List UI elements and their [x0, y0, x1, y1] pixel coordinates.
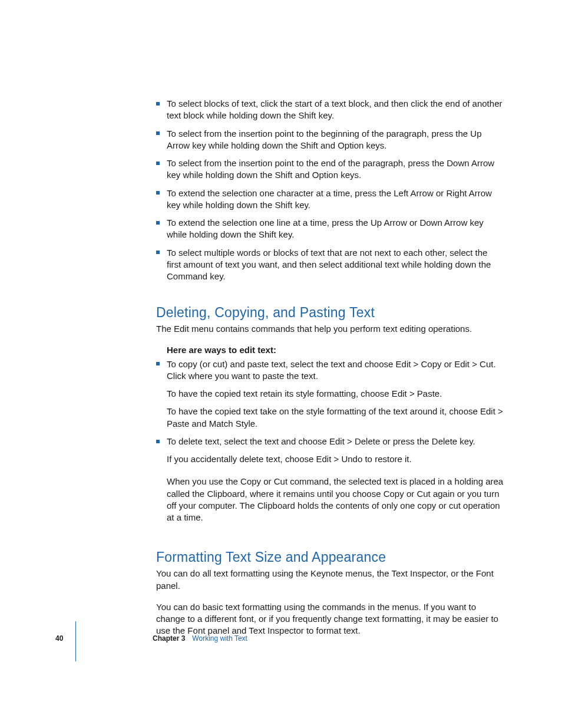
list-item-paragraph: To have the copied text take on the styl… — [167, 406, 504, 430]
section-heading: Formatting Text Size and Appearance — [156, 549, 504, 565]
section-formatting-text: Formatting Text Size and Appearance You … — [156, 549, 504, 637]
list-item: To extend the selection one line at a ti… — [156, 217, 504, 241]
edit-lead: Here are ways to edit text: — [167, 345, 504, 355]
body-paragraph: You can do basic text formatting using t… — [156, 601, 504, 637]
list-item-paragraph: If you accidentally delete text, choose … — [167, 453, 504, 465]
document-page: To select blocks of text, click the star… — [0, 0, 562, 728]
list-item: To select multiple words or blocks of te… — [156, 247, 504, 283]
list-item: To extend the selection one character at… — [156, 187, 504, 212]
chapter-label: Chapter 3 — [153, 634, 185, 643]
chapter-title: Working with Text — [192, 634, 247, 643]
selection-shortcuts-list: To select blocks of text, click the star… — [156, 98, 504, 282]
list-item-text: To copy (or cut) and paste text, select … — [167, 359, 496, 381]
page-content: To select blocks of text, click the star… — [156, 98, 504, 647]
list-item-paragraph: To have the copied text retain its style… — [167, 388, 504, 400]
body-paragraph: You can do all text formatting using the… — [156, 568, 504, 592]
page-number: 40 — [55, 634, 75, 643]
section-intro: The Edit menu contains commands that hel… — [156, 323, 504, 335]
list-item: To copy (or cut) and paste text, select … — [156, 358, 504, 430]
section-deleting-copying-pasting: Deleting, Copying, and Pasting Text The … — [156, 305, 504, 523]
list-item: To select from the insertion point to th… — [156, 157, 504, 182]
list-item: To select from the insertion point to th… — [156, 128, 504, 152]
edit-ways-list: To copy (or cut) and paste text, select … — [156, 358, 504, 466]
list-item-text: To delete text, select the text and choo… — [167, 436, 475, 446]
page-footer: 40 Chapter 3 Working with Text — [55, 634, 509, 661]
list-item: To delete text, select the text and choo… — [156, 436, 504, 466]
section-heading: Deleting, Copying, and Pasting Text — [156, 305, 504, 321]
list-item: To select blocks of text, click the star… — [156, 98, 504, 122]
clipboard-note: When you use the Copy or Cut command, th… — [167, 476, 504, 523]
footer-rule — [75, 621, 76, 661]
